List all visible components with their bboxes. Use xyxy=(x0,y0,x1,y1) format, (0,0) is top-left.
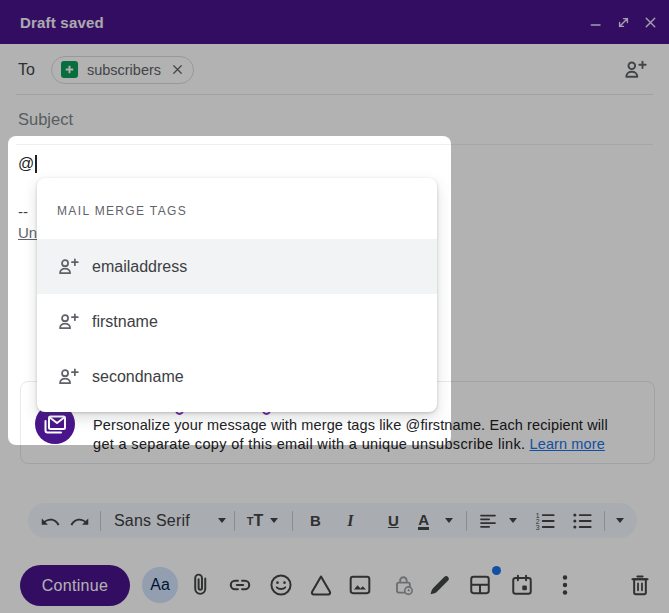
subject-divider xyxy=(16,144,653,145)
insert-link-icon[interactable] xyxy=(228,573,252,597)
italic-button[interactable]: I xyxy=(343,509,357,533)
person-add-icon xyxy=(57,366,79,388)
subject-placeholder: Subject xyxy=(18,110,73,129)
confidential-mode-icon[interactable] xyxy=(392,573,416,597)
sheets-icon xyxy=(61,61,78,78)
bullet-list-icon[interactable] xyxy=(570,509,594,533)
menu-header: MAIL MERGE TAGS xyxy=(37,178,437,239)
subject-row[interactable]: Subject xyxy=(0,95,669,144)
recipient-chip[interactable]: subscribers xyxy=(51,56,194,84)
chip-remove-icon[interactable] xyxy=(169,62,185,78)
menu-item-secondname[interactable]: secondname xyxy=(37,349,437,404)
numbered-list-icon[interactable] xyxy=(533,509,557,533)
signature-pen-icon[interactable] xyxy=(428,573,452,597)
text-color-button[interactable]: A xyxy=(418,509,453,533)
formatting-toolbar: Sans Serif TT B I U A xyxy=(28,503,637,538)
font-family-select[interactable]: Sans Serif xyxy=(114,509,226,533)
menu-item-firstname[interactable]: firstname xyxy=(37,294,437,349)
body-typed-text[interactable]: @ xyxy=(18,155,37,173)
bold-button[interactable]: B xyxy=(307,509,323,533)
text-style-button[interactable]: Aa xyxy=(142,567,178,603)
discard-draft-icon[interactable] xyxy=(628,573,652,597)
undo-icon[interactable] xyxy=(38,509,62,533)
recipient-chip-label: subscribers xyxy=(87,62,161,78)
person-add-icon xyxy=(57,311,79,333)
expand-icon[interactable] xyxy=(613,12,633,32)
toolbar-divider xyxy=(292,511,293,531)
banner-line1: Personalize your message with merge tags… xyxy=(93,416,608,435)
font-size-select[interactable]: TT xyxy=(247,509,279,533)
calendar-icon[interactable] xyxy=(510,573,534,597)
align-button[interactable] xyxy=(478,509,517,533)
redo-icon[interactable] xyxy=(68,509,92,533)
toolbar-divider xyxy=(100,511,101,531)
mail-merge-tags-menu: MAIL MERGE TAGS emailaddress firstname s… xyxy=(37,178,437,412)
to-label: To xyxy=(18,61,35,79)
spotlight-shadow xyxy=(26,437,433,443)
compose-titlebar: Draft saved xyxy=(0,0,669,44)
insert-emoji-icon[interactable] xyxy=(269,573,293,597)
to-row: To subscribers xyxy=(0,45,669,94)
toolbar-divider xyxy=(466,511,467,531)
minimize-icon[interactable] xyxy=(586,12,606,32)
more-formatting-icon[interactable] xyxy=(616,509,624,533)
signature-dashes: -- xyxy=(18,203,28,220)
toolbar-divider xyxy=(234,511,235,531)
text-cursor xyxy=(35,155,37,173)
insert-image-icon[interactable] xyxy=(348,573,372,597)
add-contacts-icon[interactable] xyxy=(623,58,647,82)
layouts-icon[interactable] xyxy=(468,573,492,597)
insert-drive-icon[interactable] xyxy=(309,573,333,597)
attach-file-icon[interactable] xyxy=(188,573,212,597)
close-icon[interactable] xyxy=(640,12,660,32)
toolbar-divider xyxy=(604,511,605,531)
learn-more-link[interactable]: Learn more xyxy=(530,436,605,452)
draft-status-title: Draft saved xyxy=(20,14,104,31)
person-add-icon xyxy=(57,256,79,278)
continue-button[interactable]: Continue xyxy=(20,565,130,606)
menu-item-emailaddress[interactable]: emailaddress xyxy=(37,239,437,294)
underline-button[interactable]: U xyxy=(385,509,401,533)
new-feature-dot xyxy=(492,566,501,575)
more-options-icon[interactable] xyxy=(553,573,577,597)
